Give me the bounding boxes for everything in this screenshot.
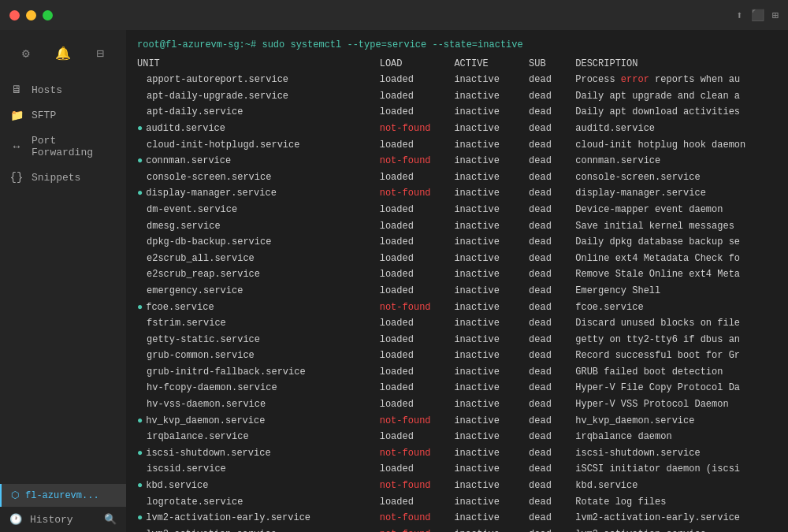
load-cell: not-found — [380, 153, 455, 169]
expand-icon[interactable]: ⊞ — [772, 9, 779, 22]
dot-green: ● — [137, 448, 143, 459]
history-icon: 🕐 — [9, 513, 22, 526]
table-row: ●connman.service not-found inactive dead… — [137, 153, 777, 169]
load-cell: loaded — [380, 332, 455, 348]
table-row: apt-daily.service loaded inactive dead D… — [137, 104, 777, 121]
desc-cell: console-screen.service — [575, 169, 777, 186]
desc-cell: fcoe.service — [575, 299, 777, 316]
active-cell: inactive — [454, 202, 529, 218]
load-cell: loaded — [380, 461, 455, 478]
active-cell: inactive — [454, 251, 529, 267]
service-table: UNIT LOAD ACTIVE SUB DESCRIPTION apport-… — [137, 56, 777, 532]
table-row: ●iscsi-shutdown.service not-found inacti… — [137, 445, 777, 462]
terminal-icon[interactable]: ⬛ — [751, 9, 764, 22]
load-cell: not-found — [380, 445, 455, 462]
load-cell: not-found — [380, 526, 455, 532]
table-row: dm-event.service loaded inactive dead De… — [137, 202, 777, 218]
desc-cell: irqbalance daemon — [575, 429, 777, 445]
table-row: fstrim.service loaded inactive dead Disc… — [137, 315, 777, 332]
close-button[interactable] — [9, 10, 20, 20]
settings-icon[interactable]: ⚙ — [19, 43, 33, 65]
desc-cell: lvm2-activation.service — [575, 526, 777, 532]
active-cell: inactive — [454, 299, 529, 316]
active-connection[interactable]: ⬡ fl-azurevm... — [0, 484, 126, 507]
unit-cell: console-screen.service — [137, 169, 380, 186]
desc-cell: display-manager.service — [575, 185, 777, 202]
dot-green: ● — [137, 155, 143, 166]
col-header-load: LOAD — [380, 56, 455, 73]
table-row: dmesg.service loaded inactive dead Save … — [137, 218, 777, 235]
table-row: hv-vss-daemon.service loaded inactive de… — [137, 396, 777, 413]
desc-cell: connman.service — [575, 153, 777, 169]
sidebar-item-snippets[interactable]: {} Snippets — [0, 165, 126, 190]
share-icon[interactable]: ⬆ — [736, 9, 742, 22]
sub-cell: dead — [529, 266, 575, 283]
unit-cell: hv-vss-daemon.service — [137, 396, 380, 413]
history-search-icon[interactable]: 🔍 — [104, 513, 117, 526]
terminal-area: root@fl-azurevm-sg:~# sudo systemctl --t… — [126, 30, 788, 532]
col-header-sub: SUB — [529, 56, 575, 73]
sub-cell: dead — [529, 526, 575, 532]
table-row: ●auditd.service not-found inactive dead … — [137, 121, 777, 137]
sub-cell: dead — [529, 185, 575, 202]
unit-cell: apt-daily-upgrade.service — [137, 88, 380, 105]
active-cell: inactive — [454, 266, 529, 283]
table-row: dpkg-db-backup.service loaded inactive d… — [137, 234, 777, 251]
sub-cell: dead — [529, 315, 575, 332]
unit-cell: apt-daily.service — [137, 104, 380, 121]
active-cell: inactive — [454, 364, 529, 381]
table-row: ●kbd.service not-found inactive dead kbd… — [137, 478, 777, 494]
load-cell: not-found — [380, 510, 455, 526]
terminal-output[interactable]: root@fl-azurevm-sg:~# sudo systemctl --t… — [126, 30, 788, 532]
col-header-active: ACTIVE — [454, 56, 529, 73]
active-cell: inactive — [454, 332, 529, 348]
sidebar-item-port-forwarding[interactable]: ↔ Port Forwarding — [0, 128, 126, 165]
table-row: logrotate.service loaded inactive dead R… — [137, 494, 777, 511]
main-layout: ⚙ 🔔 ⊟ 🖥 Hosts 📁 SFTP ↔ Port Forwarding {… — [0, 30, 788, 532]
active-cell: inactive — [454, 72, 529, 88]
table-row: getty-static.service loaded inactive dea… — [137, 332, 777, 348]
sub-cell: dead — [529, 104, 575, 121]
sub-cell: dead — [529, 348, 575, 364]
sub-cell: dead — [529, 445, 575, 462]
table-header-row: UNIT LOAD ACTIVE SUB DESCRIPTION — [137, 56, 777, 73]
unit-cell: iscsid.service — [137, 461, 380, 478]
desc-cell: iSCSI initiator daemon (iscsi — [575, 461, 777, 478]
unit-cell: ●auditd.service — [137, 121, 380, 137]
unit-cell: ●display-manager.service — [137, 185, 380, 202]
maximize-button[interactable] — [43, 10, 53, 20]
bell-icon[interactable]: 🔔 — [52, 43, 74, 65]
desc-cell: GRUB failed boot detection — [575, 364, 777, 381]
hosts-icon: 🖥 — [9, 84, 24, 96]
active-cell: inactive — [454, 396, 529, 413]
minimize-button[interactable] — [26, 10, 36, 20]
sub-cell: dead — [529, 429, 575, 445]
sidebar-hosts-label: Hosts — [32, 84, 117, 96]
dot-green: ● — [137, 123, 143, 134]
sidebar-item-sftp[interactable]: 📁 SFTP — [0, 102, 126, 128]
desc-cell: iscsi-shutdown.service — [575, 445, 777, 462]
load-cell: loaded — [380, 88, 455, 105]
tab-icon[interactable]: ⊟ — [93, 43, 107, 65]
dot-green: ● — [137, 302, 143, 313]
load-cell: loaded — [380, 251, 455, 267]
connection-icon: ⬡ — [11, 489, 19, 501]
active-cell: inactive — [454, 510, 529, 526]
desc-cell: Emergency Shell — [575, 283, 777, 299]
desc-cell: Device-mapper event daemon — [575, 202, 777, 218]
unit-cell: e2scrub_all.service — [137, 251, 380, 267]
sidebar-item-history[interactable]: 🕐 History 🔍 — [0, 507, 126, 532]
unit-cell: ●fcoe.service — [137, 299, 380, 316]
sidebar-item-hosts[interactable]: 🖥 Hosts — [0, 77, 126, 102]
unit-cell: logrotate.service — [137, 494, 380, 511]
sub-cell: dead — [529, 137, 575, 154]
sub-cell: dead — [529, 72, 575, 88]
sftp-icon: 📁 — [9, 109, 24, 122]
active-cell: inactive — [454, 478, 529, 494]
desc-cell: getty on tty2-tty6 if dbus an — [575, 332, 777, 348]
active-cell: inactive — [454, 153, 529, 169]
unit-cell: dmesg.service — [137, 218, 380, 235]
unit-cell: fstrim.service — [137, 315, 380, 332]
desc-cell: Rotate log files — [575, 494, 777, 511]
load-cell: loaded — [380, 380, 455, 396]
